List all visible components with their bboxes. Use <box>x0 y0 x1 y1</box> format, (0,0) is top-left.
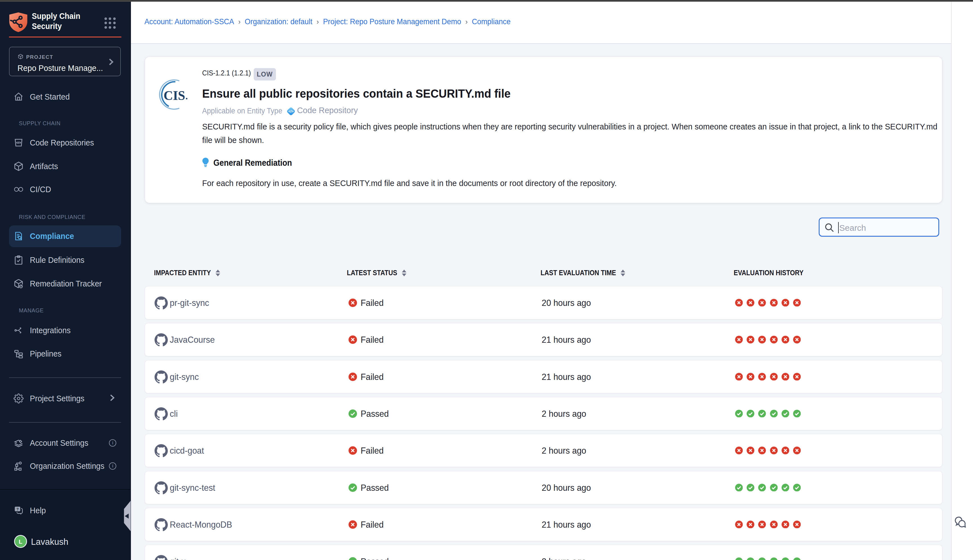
svg-text:</>: </> <box>288 109 294 113</box>
svg-text:?: ? <box>16 507 18 511</box>
svg-text:CIS: CIS <box>164 88 185 103</box>
